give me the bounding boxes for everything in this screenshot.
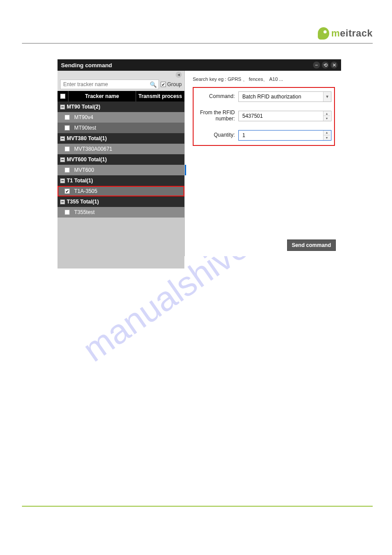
command-select[interactable]: ▼	[238, 91, 331, 102]
sending-command-window: Sending command − ⟲ ✕ ◄ 🔍 ✔	[58, 59, 341, 256]
tracker-checkbox[interactable]	[65, 146, 70, 152]
rfid-row: From the RFID number: ▲▼	[196, 110, 331, 122]
window-title: Sending command	[61, 62, 112, 69]
tracker-group-label: T355 Total(1)	[67, 199, 99, 205]
tracker-item[interactable]: MVT380A00671	[58, 144, 184, 154]
quantity-spinner[interactable]: ▲▼	[323, 131, 330, 140]
command-form-panel: Search key eg : GPRS 、 fences、 A10 ... C…	[185, 71, 341, 256]
tracker-table-header: Tracker name Transmit process	[58, 91, 184, 102]
tracker-name: T355test	[74, 209, 95, 215]
tracker-name: T1A-3505	[74, 188, 97, 194]
collapse-minus-icon[interactable]: −	[60, 200, 65, 204]
command-select-value[interactable]	[239, 92, 323, 102]
tracker-group-header[interactable]: −MT90 Total(2)	[58, 102, 184, 112]
tracker-name: MT90test	[74, 125, 96, 131]
search-icon[interactable]: 🔍	[149, 81, 158, 88]
rfid-label: From the RFID number:	[196, 110, 238, 122]
select-all-checkbox[interactable]	[60, 94, 65, 99]
refresh-icon[interactable]: ⟲	[322, 62, 329, 69]
quantity-label: Quantity:	[196, 132, 238, 138]
search-input[interactable]	[61, 81, 149, 87]
tracker-name: MVT600	[74, 167, 94, 173]
window-controls: − ⟲ ✕	[313, 62, 338, 69]
window-body: ◄ 🔍 ✔ Group Tracker name Transmit proc	[58, 71, 341, 256]
tracker-checkbox[interactable]	[65, 167, 70, 173]
tracker-checkbox[interactable]	[65, 210, 70, 215]
quantity-row: Quantity: ▲▼	[196, 130, 331, 141]
rfid-input-field[interactable]	[239, 111, 323, 121]
collapse-minus-icon[interactable]: −	[60, 178, 65, 183]
document-page: meitrack manualshive.com Sending command…	[0, 0, 392, 555]
chevron-down-icon[interactable]: ▼	[323, 92, 331, 102]
collapse-minus-icon[interactable]: −	[60, 157, 65, 162]
tracker-group-label: MT90 Total(2)	[67, 104, 100, 110]
panel-empty-area	[58, 218, 184, 268]
tracker-item[interactable]: MVT600	[58, 165, 184, 175]
tracker-name: MT90v4	[74, 114, 93, 120]
spin-up-icon[interactable]: ▲	[324, 131, 330, 136]
spin-down-icon[interactable]: ▼	[324, 116, 330, 121]
tracker-group-label: MVT600 Total(1)	[67, 156, 107, 163]
spin-up-icon[interactable]: ▲	[324, 111, 330, 116]
tracker-item[interactable]: MT90test	[58, 123, 184, 133]
tracker-item[interactable]: T355test	[58, 207, 184, 218]
tracker-group-header[interactable]: −MVT380 Total(1)	[58, 133, 184, 144]
window-titlebar: Sending command − ⟲ ✕	[58, 59, 341, 71]
quantity-input[interactable]: ▲▼	[238, 130, 331, 141]
group-checkbox-label: Group	[167, 81, 182, 87]
tracker-list: −MT90 Total(2)MT90v4MT90test−MVT380 Tota…	[58, 102, 184, 218]
spin-down-icon[interactable]: ▼	[324, 135, 330, 140]
close-icon[interactable]: ✕	[331, 62, 338, 69]
panel-top-strip: ◄	[58, 71, 184, 78]
send-command-button[interactable]: Send command	[287, 239, 336, 251]
col-transmit-process: Transmit process	[136, 91, 184, 102]
rfid-spinner[interactable]: ▲▼	[323, 111, 330, 121]
command-label: Command:	[196, 94, 238, 100]
col-tracker-name: Tracker name	[68, 91, 136, 102]
brand-logo-icon	[318, 27, 329, 40]
search-row: 🔍 ✔ Group	[58, 78, 184, 91]
brand-logo: meitrack	[318, 27, 373, 40]
tracker-name: MVT380A00671	[74, 146, 112, 152]
tracker-panel: ◄ 🔍 ✔ Group Tracker name Transmit proc	[58, 71, 185, 256]
rfid-input[interactable]: ▲▼	[238, 111, 331, 121]
command-row: Command: ▼	[196, 91, 331, 102]
tracker-group-label: T1 Total(1)	[67, 178, 93, 184]
collapse-minus-icon[interactable]: −	[60, 136, 65, 141]
group-checkbox-box[interactable]: ✔	[161, 82, 166, 87]
minimize-icon[interactable]: −	[313, 62, 320, 69]
search-hint-text: Search key eg : GPRS 、 fences、 A10 ...	[193, 76, 335, 83]
tracker-item[interactable]: ✔T1A-3505	[58, 186, 184, 196]
search-input-wrap: 🔍	[60, 80, 159, 89]
collapse-minus-icon[interactable]: −	[60, 105, 65, 109]
brand-logo-text: meitrack	[331, 28, 373, 39]
tracker-checkbox[interactable]	[65, 125, 70, 131]
group-checkbox[interactable]: ✔ Group	[161, 81, 182, 87]
tracker-group-header[interactable]: −MVT600 Total(1)	[58, 154, 184, 165]
tracker-checkbox[interactable]	[65, 115, 70, 120]
collapse-icon[interactable]: ◄	[176, 72, 182, 78]
form-highlight-box: Command: ▼ From the RFID number: ▲▼	[193, 87, 335, 146]
tracker-checkbox[interactable]: ✔	[65, 189, 70, 194]
header-divider	[22, 43, 373, 44]
tracker-group-header[interactable]: −T1 Total(1)	[58, 175, 184, 186]
tracker-group-label: MVT380 Total(1)	[67, 135, 107, 141]
tracker-group-header[interactable]: −T355 Total(1)	[58, 196, 184, 207]
quantity-input-field[interactable]	[239, 131, 323, 140]
footer-divider	[22, 506, 373, 507]
tracker-item[interactable]: MT90v4	[58, 112, 184, 123]
